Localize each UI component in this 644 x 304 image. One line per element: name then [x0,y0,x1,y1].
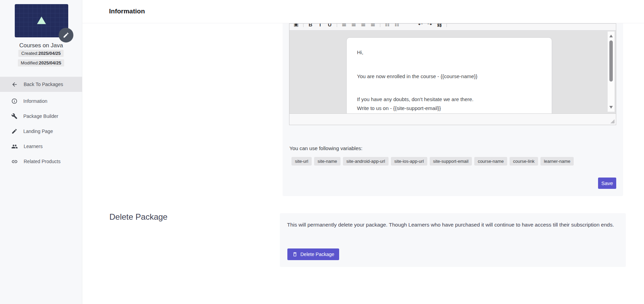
page-title: Information [109,0,644,23]
email-line: Hi, [357,49,541,55]
email-line: If you have any doubts, don't hesitate w… [357,96,541,102]
sidebar-item-related-products[interactable]: Related Products [0,154,82,169]
sidebar-item-package-builder[interactable]: Package Builder [0,109,82,124]
align-justify-icon[interactable]: ☰ [370,24,375,27]
trash-icon [292,252,298,257]
undo-icon[interactable]: ↶ [418,24,423,27]
redo-icon[interactable]: ↷ [427,24,432,27]
variables-label: You can use following variables: [289,145,362,151]
variable-chips: site-url site-name site-android-app-url … [291,157,574,166]
sidebar-item-information[interactable]: Information [0,94,82,109]
toolbar-separator [380,24,380,27]
course-title: Courses on Java [0,42,82,49]
edit-thumbnail-button[interactable] [59,28,73,42]
editor-canvas[interactable]: Hi, You are now enrolled in the course -… [289,31,616,113]
editor-toolbar: ▣ B I U ☰ ☰ ☰ ☰ ☷ ☷ ↶ ↷ [289,24,616,31]
variable-chip[interactable]: site-url [291,157,312,166]
bulleted-list-icon[interactable]: ☷ [385,24,390,27]
email-preview-paper[interactable]: Hi, You are now enrolled in the course -… [346,37,552,113]
sidebar: Courses on Java Created:2025/04/25 Modif… [0,0,82,304]
sidebar-item-label: Related Products [24,159,60,164]
italic-icon[interactable]: I [318,24,323,27]
back-to-packages-button[interactable]: Back To Packages [0,77,82,92]
variable-chip[interactable]: site-android-app-url [343,157,389,166]
modified-date: 2025/04/25 [39,60,61,65]
modified-label: Modified: [21,60,39,65]
wrench-icon [11,113,17,119]
back-to-packages-label: Back To Packages [24,82,63,87]
variable-chip[interactable]: course-name [474,157,507,166]
variable-chip[interactable]: site-ios-app-url [391,157,427,166]
toolbar-separator [303,24,303,27]
bold-icon[interactable]: B [308,24,313,27]
sidebar-item-label: Learners [24,144,43,149]
toolbar-separator [446,24,447,27]
delete-section-title: Delete Package [109,212,167,222]
people-icon [11,143,18,150]
sidebar-item-label: Landing Page [23,129,53,134]
modified-badge: Modified:2025/04/25 [18,59,64,66]
variable-chip[interactable]: site-name [314,157,341,166]
variable-chip[interactable]: site-support-email [430,157,472,166]
delete-package-button[interactable]: Delete Package [287,248,339,260]
sidebar-nav: Back To Packages Information Package Bui… [0,77,82,169]
variable-chip[interactable]: learner-name [540,157,574,166]
created-label: Created: [21,51,38,56]
email-settings-card: ▣ B I U ☰ ☰ ☰ ☰ ☷ ☷ ↶ ↷ [283,23,623,196]
toolbar-separator [337,24,337,27]
editor-scrollbar[interactable] [607,31,615,112]
save-button[interactable]: Save [598,178,616,189]
resize-grip-icon[interactable] [610,119,615,123]
variable-chip[interactable]: course-link [510,157,538,166]
main-content: ▣ B I U ☰ ☰ ☰ ☰ ☷ ☷ ↶ ↷ [82,0,644,304]
rich-text-editor[interactable]: ▣ B I U ☰ ☰ ☰ ☰ ☷ ☷ ↶ ↷ [289,23,616,125]
editor-statusbar [289,113,616,125]
pencil-icon [63,32,69,38]
scroll-down-icon[interactable] [609,106,613,109]
scrollbar-thumb[interactable] [609,40,613,82]
sidebar-item-landing-page[interactable]: Landing Page [0,124,82,139]
delete-description: This will permanently delete your packag… [287,221,618,229]
email-line: Write to us on - {{site-support-email}} [357,105,541,111]
align-left-icon[interactable]: ☰ [342,24,347,27]
sidebar-item-label: Package Builder [23,113,58,119]
course-thumbnail [15,4,68,37]
numbered-list-icon[interactable]: ☷ [394,24,399,27]
delete-package-button-label: Delete Package [300,252,334,257]
link-icon[interactable]: ⛓ [437,24,442,27]
email-line: You are now enrolled in the course - {{c… [357,73,541,79]
brush-icon [11,128,17,134]
arrow-left-icon [11,81,18,88]
created-date: 2025/04/25 [38,51,61,56]
align-right-icon[interactable]: ☰ [361,24,366,27]
info-icon [11,98,17,104]
scroll-up-icon[interactable] [609,35,613,37]
image-icon[interactable]: ▣ [294,24,299,27]
align-center-icon[interactable]: ☰ [351,24,356,27]
underline-icon[interactable]: U [327,24,332,27]
page-header: Information [82,0,644,23]
editor-toolbar-row: ▣ B I U ☰ ☰ ☰ ☰ ☷ ☷ ↶ ↷ [294,24,447,30]
link-icon [11,158,18,165]
play-triangle-icon [37,16,46,24]
sidebar-item-label: Information [23,98,47,104]
delete-package-card: This will permanently delete your packag… [280,213,626,267]
sidebar-item-learners[interactable]: Learners [0,139,82,154]
created-badge: Created:2025/04/25 [18,50,64,57]
